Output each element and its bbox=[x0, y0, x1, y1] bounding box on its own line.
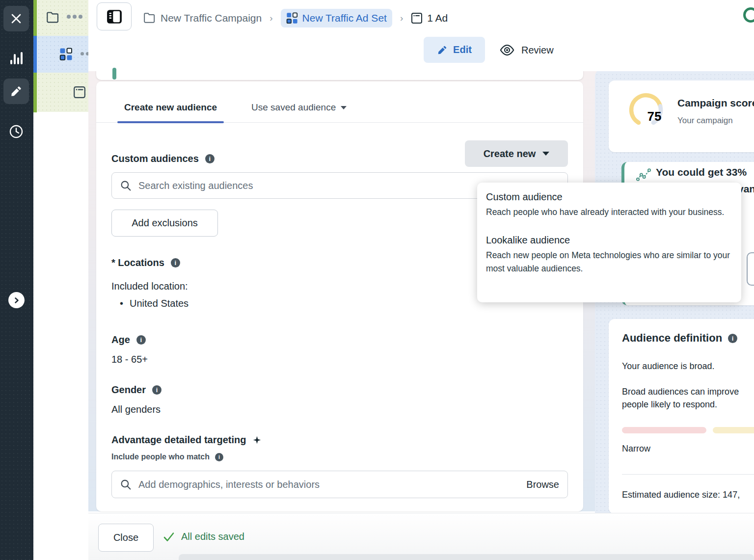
audience-definition-meter bbox=[622, 427, 754, 433]
close-button[interactable] bbox=[3, 6, 29, 31]
edit-button[interactable]: Edit bbox=[424, 37, 485, 63]
include-people-row: Include people who match bbox=[111, 453, 568, 461]
menu-item-lookalike-audience[interactable]: Lookalike audience Reach new people on M… bbox=[486, 235, 732, 275]
menu-item-custom-audience-description: Reach people who have already interacted… bbox=[486, 206, 732, 219]
ad-set-grid-icon bbox=[59, 48, 73, 61]
gender-heading: Gender bbox=[111, 384, 568, 396]
browse-link[interactable]: Browse bbox=[520, 479, 559, 490]
campaign-score-value: 75 bbox=[636, 109, 673, 124]
panel-left-icon bbox=[107, 9, 122, 24]
campaign-score-title: Campaign score bbox=[677, 97, 754, 109]
info-icon[interactable] bbox=[136, 335, 146, 345]
review-button-label: Review bbox=[521, 45, 554, 56]
menu-item-custom-audience[interactable]: Custom audience Reach people who have al… bbox=[486, 191, 732, 219]
info-icon[interactable] bbox=[205, 154, 215, 163]
breadcrumb-ad[interactable]: 1 Ad bbox=[411, 12, 448, 24]
edit-button-label: Edit bbox=[453, 44, 472, 55]
age-value: 18 - 65+ bbox=[111, 354, 568, 365]
more-dot bbox=[79, 15, 82, 19]
age-heading-label: Age bbox=[111, 334, 130, 346]
custom-audiences-heading-label: Custom audiences bbox=[111, 153, 199, 164]
expand-panel-button[interactable] bbox=[8, 292, 25, 308]
breadcrumb-ad-set-label: New Traffic Ad Set bbox=[302, 12, 387, 24]
meter-segment-broad bbox=[713, 427, 754, 433]
folder-icon bbox=[46, 11, 60, 24]
more-dot bbox=[86, 52, 88, 55]
more-dot bbox=[73, 15, 77, 19]
breadcrumb-ad-label: 1 Ad bbox=[427, 12, 448, 24]
info-icon[interactable] bbox=[728, 334, 737, 343]
breadcrumb-campaign[interactable]: New Traffic Campaign bbox=[143, 12, 262, 24]
eye-icon bbox=[500, 44, 514, 56]
tree-row-ad[interactable] bbox=[37, 73, 88, 112]
tree-row-ad-set-selected[interactable] bbox=[37, 36, 88, 73]
breadcrumb-separator: › bbox=[400, 13, 403, 24]
selected-row-accent bbox=[33, 36, 37, 73]
info-icon[interactable] bbox=[171, 258, 180, 267]
tab-create-new-audience[interactable]: Create new audience bbox=[117, 102, 224, 122]
divider bbox=[622, 474, 754, 475]
search-icon bbox=[120, 479, 132, 490]
create-new-button[interactable]: Create new bbox=[465, 140, 568, 167]
age-heading: Age bbox=[111, 334, 568, 346]
audience-broad-status: Your audience is broad. bbox=[622, 361, 714, 372]
edit-nav-button[interactable] bbox=[3, 79, 29, 104]
tab-use-saved-audience[interactable]: Use saved audience bbox=[244, 102, 353, 122]
audience-tabs: Create new audience Use saved audience bbox=[96, 102, 583, 123]
more-dot bbox=[81, 52, 84, 55]
suggestion-action-button[interactable] bbox=[747, 252, 754, 286]
checkmark-icon bbox=[163, 532, 175, 542]
tab-create-new-audience-label: Create new audience bbox=[124, 102, 217, 113]
review-button[interactable]: Review bbox=[500, 42, 554, 58]
pencil-icon bbox=[10, 85, 23, 98]
include-people-label: Include people who match bbox=[111, 453, 210, 461]
estimated-audience-size: Estimated audience size: 147, bbox=[622, 490, 740, 500]
add-exclusions-button[interactable]: Add exclusions bbox=[111, 210, 218, 237]
tree-row-campaign[interactable] bbox=[37, 0, 88, 36]
audience-definition-heading: Audience definition bbox=[622, 332, 737, 345]
custom-audiences-heading: Custom audiences bbox=[111, 153, 215, 164]
clock-icon bbox=[9, 124, 24, 139]
breadcrumb: New Traffic Campaign › New Traffic Ad Se… bbox=[143, 8, 448, 28]
folder-icon bbox=[143, 12, 156, 24]
gender-heading-label: Gender bbox=[111, 384, 146, 396]
meter-narrow-label: Narrow bbox=[622, 444, 650, 454]
trend-chart-icon bbox=[636, 168, 651, 182]
meter-segment-specific bbox=[622, 427, 706, 433]
bottom-drawer-edge[interactable] bbox=[179, 554, 754, 560]
pencil-icon bbox=[437, 45, 448, 55]
menu-item-lookalike-audience-description: Reach new people on Meta technologies wh… bbox=[486, 249, 732, 275]
section-accent-bar bbox=[112, 68, 116, 80]
collapse-sidebar-button[interactable] bbox=[97, 2, 132, 30]
audience-definition-heading-label: Audience definition bbox=[622, 332, 722, 345]
campaign-score-subtitle: Your campaign bbox=[677, 116, 733, 126]
audience-definition-card: Audience definition Your audience is bro… bbox=[609, 319, 754, 514]
history-nav-button[interactable] bbox=[3, 121, 29, 142]
included-location-value: United States bbox=[130, 298, 188, 309]
menu-item-lookalike-audience-title: Lookalike audience bbox=[486, 235, 732, 246]
charts-nav-button[interactable] bbox=[3, 47, 29, 69]
campaign-tree-panel bbox=[37, 0, 88, 560]
ad-window-icon bbox=[411, 12, 423, 24]
detailed-targeting-input[interactable] bbox=[138, 479, 513, 490]
footer-bar: Close All edits saved bbox=[88, 513, 754, 560]
locations-heading-label: * Locations bbox=[111, 257, 164, 268]
create-new-button-label: Create new bbox=[484, 148, 536, 160]
close-button[interactable]: Close bbox=[98, 524, 154, 552]
info-icon[interactable] bbox=[152, 385, 162, 395]
advantage-detailed-targeting-heading: Advantage detailed targeting bbox=[111, 434, 568, 446]
audience-description-line1: Broad audiences can improve bbox=[622, 387, 739, 397]
breadcrumb-separator: › bbox=[269, 13, 272, 24]
breadcrumb-campaign-label: New Traffic Campaign bbox=[161, 12, 262, 24]
create-new-dropdown-menu: Custom audience Reach people who have al… bbox=[477, 183, 741, 302]
gender-value: All genders bbox=[111, 404, 568, 415]
info-icon[interactable] bbox=[215, 453, 223, 461]
chevron-down-icon bbox=[542, 152, 549, 156]
breadcrumb-ad-set[interactable]: New Traffic Ad Set bbox=[281, 9, 392, 27]
close-icon bbox=[10, 13, 22, 25]
more-dot bbox=[67, 15, 71, 19]
save-status: All edits saved bbox=[163, 531, 244, 542]
chevron-right-icon bbox=[12, 296, 21, 305]
tab-use-saved-audience-label: Use saved audience bbox=[251, 102, 336, 113]
save-status-label: All edits saved bbox=[181, 531, 244, 542]
